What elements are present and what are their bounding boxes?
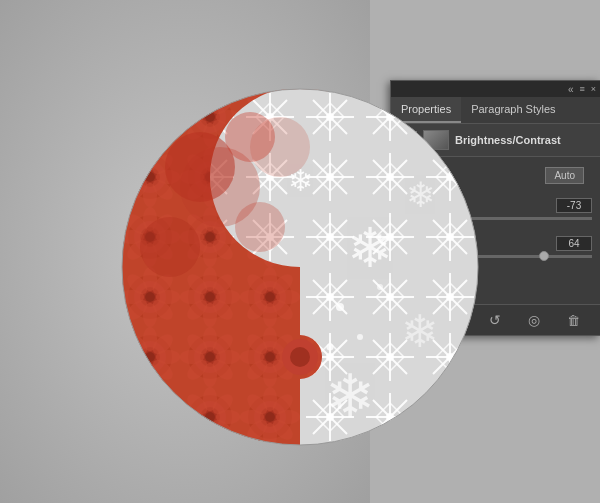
svg-text:❄: ❄	[347, 217, 393, 279]
close-panel-button[interactable]: ×	[591, 84, 596, 94]
svg-point-44	[225, 112, 275, 162]
svg-point-45	[140, 217, 200, 277]
svg-text:❄: ❄	[325, 363, 375, 430]
contrast-slider-thumb[interactable]	[539, 251, 549, 261]
visibility-icon[interactable]: ◎	[524, 310, 544, 330]
svg-point-50	[336, 303, 344, 311]
svg-point-52	[327, 343, 334, 350]
reset-icon[interactable]: ↺	[485, 310, 505, 330]
auto-button[interactable]: Auto	[545, 167, 584, 184]
brightness-value-input[interactable]	[556, 198, 592, 213]
svg-text:❄: ❄	[288, 164, 313, 197]
svg-point-42	[290, 347, 310, 367]
svg-text:❄: ❄	[401, 306, 439, 357]
contrast-value-input[interactable]	[556, 236, 592, 251]
delete-icon[interactable]: 🗑	[563, 311, 584, 330]
svg-point-46	[235, 202, 285, 252]
svg-point-53	[377, 284, 383, 290]
svg-point-43	[165, 132, 235, 202]
menu-button[interactable]: ≡	[579, 84, 584, 94]
yinyang-image: ❄ ❄ ❄ ❄ ❄ ❄ ❄	[120, 87, 480, 447]
collapse-panel-button[interactable]: «	[568, 84, 574, 95]
svg-text:❄: ❄	[406, 175, 435, 214]
svg-point-51	[357, 334, 363, 340]
